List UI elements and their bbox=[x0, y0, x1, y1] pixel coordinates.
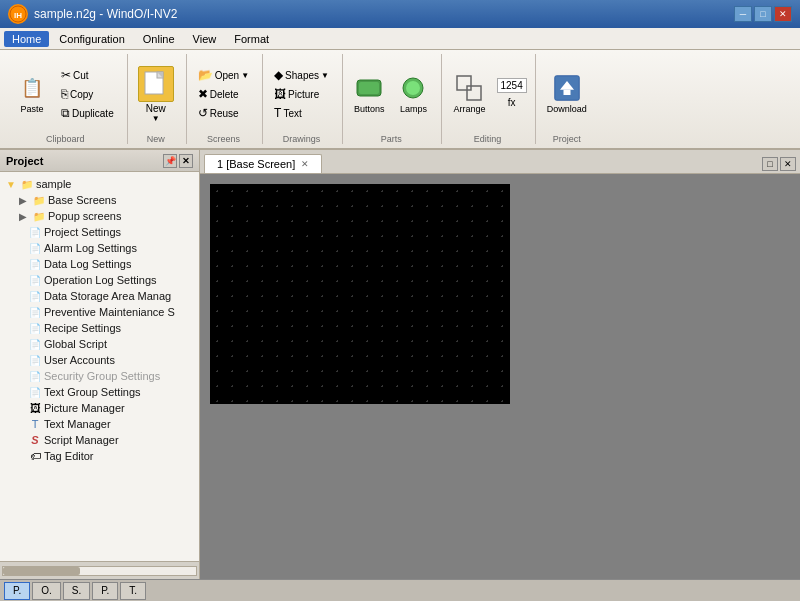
bottom-tab-objects[interactable]: O. bbox=[32, 582, 61, 600]
canvas-area: 1 [Base Screen] ✕ □ ✕ bbox=[200, 150, 800, 579]
tree-item-user-accounts[interactable]: 📄 User Accounts bbox=[0, 352, 199, 368]
close-button[interactable]: ✕ bbox=[774, 6, 792, 22]
project-group-label: Project bbox=[542, 132, 592, 144]
ribbon-group-clipboard: 📋 Paste ✂ Cut ⎘ Copy ⧉ Duplicate bbox=[8, 54, 128, 144]
tree-item-project-settings[interactable]: 📄 Project Settings bbox=[0, 224, 199, 240]
ribbon-group-screens: 📂 Open ▼ ✖ Delete ↺ Reuse Screens bbox=[189, 54, 263, 144]
tree-item-global-script[interactable]: 📄 Global Script bbox=[0, 336, 199, 352]
ribbon-group-parts: Buttons Lamps Parts bbox=[345, 54, 443, 144]
buttons-button[interactable]: Buttons bbox=[349, 71, 390, 117]
menu-bar: Home Configuration Online View Format bbox=[0, 28, 800, 50]
canvas-tab-base-screen[interactable]: 1 [Base Screen] ✕ bbox=[204, 154, 322, 173]
svg-text:IH: IH bbox=[14, 11, 22, 20]
tag-editor-icon: 🏷 bbox=[28, 449, 42, 463]
shapes-button[interactable]: ◆ Shapes ▼ bbox=[269, 66, 334, 84]
clipboard-buttons: 📋 Paste ✂ Cut ⎘ Copy ⧉ Duplicate bbox=[12, 56, 119, 132]
tree-item-base-screens[interactable]: ▶ 📁 Base Screens bbox=[0, 192, 199, 208]
bottom-tab-project[interactable]: P. bbox=[4, 582, 30, 600]
doc-icon-user-accounts: 📄 bbox=[28, 353, 42, 367]
canvas-tab-controls: □ ✕ bbox=[762, 157, 796, 173]
canvas-tab-close[interactable]: ✕ bbox=[301, 159, 309, 169]
ribbon-group-editing: Arrange 1254 fx Editing bbox=[444, 54, 535, 144]
delete-button[interactable]: ✖ Delete bbox=[193, 85, 254, 103]
tree-item-script-manager[interactable]: S Script Manager bbox=[0, 432, 199, 448]
tree-label-popup-screens: Popup screens bbox=[48, 210, 121, 222]
tree-item-sample[interactable]: ▼ 📁 sample bbox=[0, 176, 199, 192]
doc-icon-operation-log: 📄 bbox=[28, 273, 42, 287]
duplicate-button[interactable]: ⧉ Duplicate bbox=[56, 104, 119, 122]
arrange-button[interactable]: Arrange bbox=[448, 71, 490, 117]
menu-configuration[interactable]: Configuration bbox=[51, 31, 132, 47]
open-button[interactable]: 📂 Open ▼ bbox=[193, 66, 254, 84]
screens-buttons: 📂 Open ▼ ✖ Delete ↺ Reuse bbox=[193, 56, 254, 132]
fx-button[interactable]: fx bbox=[503, 95, 521, 110]
menu-view[interactable]: View bbox=[185, 31, 225, 47]
picture-icon: 🖼 bbox=[274, 87, 286, 101]
root-folder-icon: 📁 bbox=[20, 177, 34, 191]
bottom-tab-text-label: T. bbox=[129, 585, 137, 596]
tree-item-popup-screens[interactable]: ▶ 📁 Popup screens bbox=[0, 208, 199, 224]
tree-item-preventive[interactable]: 📄 Preventive Mainteniance S bbox=[0, 304, 199, 320]
bottom-tab-script[interactable]: S. bbox=[63, 582, 90, 600]
screens-label: Screens bbox=[193, 132, 254, 144]
tree-label-picture-manager: Picture Manager bbox=[44, 402, 125, 414]
tree-item-data-log[interactable]: 📄 Data Log Settings bbox=[0, 256, 199, 272]
buttons-icon bbox=[355, 74, 383, 102]
tree-item-text-group[interactable]: 📄 Text Group Settings bbox=[0, 384, 199, 400]
ribbon: 📋 Paste ✂ Cut ⎘ Copy ⧉ Duplicate bbox=[0, 50, 800, 150]
menu-online[interactable]: Online bbox=[135, 31, 183, 47]
tree-item-tag-editor[interactable]: 🏷 Tag Editor bbox=[0, 448, 199, 464]
drawings-buttons: ◆ Shapes ▼ 🖼 Picture T Text bbox=[269, 56, 334, 132]
tree-root-icon: ▼ bbox=[4, 177, 18, 191]
maximize-button[interactable]: □ bbox=[754, 6, 772, 22]
panel-pin-button[interactable]: 📌 bbox=[163, 154, 177, 168]
new-button[interactable]: New ▼ bbox=[134, 64, 178, 125]
project-panel-header: Project 📌 ✕ bbox=[0, 150, 199, 172]
tree-item-picture-manager[interactable]: 🖼 Picture Manager bbox=[0, 400, 199, 416]
doc-icon-preventive: 📄 bbox=[28, 305, 42, 319]
picture-button[interactable]: 🖼 Picture bbox=[269, 85, 334, 103]
reuse-icon: ↺ bbox=[198, 106, 208, 120]
parts-buttons: Buttons Lamps bbox=[349, 56, 434, 132]
panel-close-button[interactable]: ✕ bbox=[179, 154, 193, 168]
tree-label-script-manager: Script Manager bbox=[44, 434, 119, 446]
reuse-button[interactable]: ↺ Reuse bbox=[193, 104, 254, 122]
bottom-tabs: P. O. S. P. T. bbox=[0, 579, 800, 601]
shapes-icon: ◆ bbox=[274, 68, 283, 82]
minimize-button[interactable]: ─ bbox=[734, 6, 752, 22]
tree-item-recipe[interactable]: 📄 Recipe Settings bbox=[0, 320, 199, 336]
project-buttons: Download bbox=[542, 56, 592, 132]
lamps-icon bbox=[399, 74, 427, 102]
copy-button[interactable]: ⎘ Copy bbox=[56, 85, 119, 103]
lamps-button[interactable]: Lamps bbox=[393, 71, 433, 117]
app-icon: IH bbox=[8, 4, 28, 24]
project-scrollbar[interactable] bbox=[0, 561, 199, 579]
tree-item-text-manager[interactable]: T Text Manager bbox=[0, 416, 199, 432]
delete-icon: ✖ bbox=[198, 87, 208, 101]
canvas-maximize[interactable]: □ bbox=[762, 157, 778, 171]
menu-home[interactable]: Home bbox=[4, 31, 49, 47]
tree-item-alarm-log[interactable]: 📄 Alarm Log Settings bbox=[0, 240, 199, 256]
text-icon: T bbox=[274, 106, 281, 120]
paste-button[interactable]: 📋 Paste bbox=[12, 71, 52, 117]
menu-format[interactable]: Format bbox=[226, 31, 277, 47]
ribbon-group-drawings: ◆ Shapes ▼ 🖼 Picture T Text Drawings bbox=[265, 54, 343, 144]
bottom-tab-parts[interactable]: P. bbox=[92, 582, 118, 600]
bottom-tab-text[interactable]: T. bbox=[120, 582, 146, 600]
editing-buttons: Arrange 1254 fx bbox=[448, 56, 526, 132]
tree-item-data-storage[interactable]: 📄 Data Storage Area Manag bbox=[0, 288, 199, 304]
title-bar: IH sample.n2g - WindO/I-NV2 ─ □ ✕ bbox=[0, 0, 800, 28]
text-button[interactable]: T Text bbox=[269, 104, 334, 122]
tree-label-text-manager: Text Manager bbox=[44, 418, 111, 430]
tree-label-preventive: Preventive Mainteniance S bbox=[44, 306, 175, 318]
tree-item-operation-log[interactable]: 📄 Operation Log Settings bbox=[0, 272, 199, 288]
tree-expand-base: ▶ bbox=[16, 193, 30, 207]
download-button[interactable]: Download bbox=[542, 71, 592, 117]
svg-rect-13 bbox=[563, 90, 570, 95]
canvas-viewport bbox=[200, 174, 800, 579]
clipboard-small-buttons: ✂ Cut ⎘ Copy ⧉ Duplicate bbox=[56, 66, 119, 122]
tree-label-text-group: Text Group Settings bbox=[44, 386, 141, 398]
cut-button[interactable]: ✂ Cut bbox=[56, 66, 119, 84]
svg-rect-10 bbox=[467, 86, 481, 100]
canvas-close-tab[interactable]: ✕ bbox=[780, 157, 796, 171]
